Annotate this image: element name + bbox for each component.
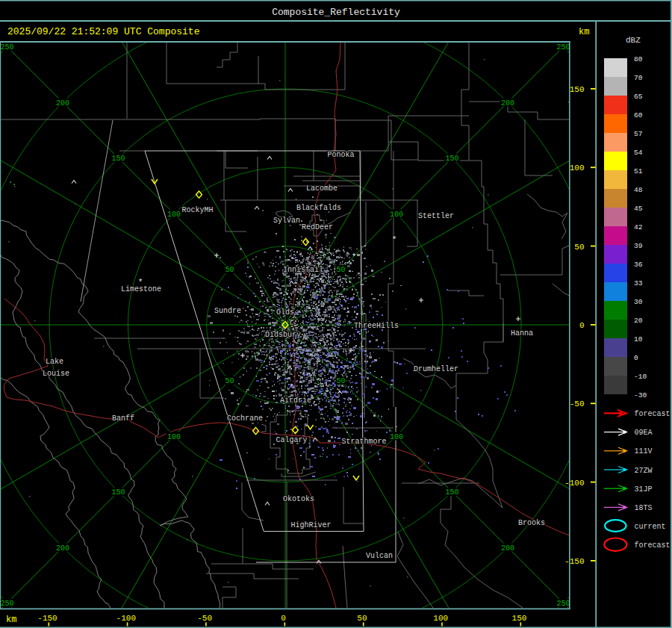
svg-text:-100: -100 (116, 614, 136, 623)
svg-text:Banff: Banff (112, 414, 134, 423)
svg-text:*: * (138, 278, 143, 287)
svg-text:70: 70 (634, 74, 643, 82)
svg-text:-30: -30 (634, 391, 647, 400)
svg-text:200: 200 (56, 99, 69, 108)
svg-text:Okotoks: Okotoks (283, 495, 314, 503)
svg-text:-50: -50 (197, 614, 212, 623)
svg-text:0: 0 (579, 321, 585, 330)
svg-text:20: 20 (634, 317, 643, 325)
svg-text:RedDeer: RedDeer (302, 223, 333, 231)
svg-text:250: 250 (556, 600, 570, 608)
svg-text:Blackfalds: Blackfalds (296, 204, 341, 212)
svg-text:-100: -100 (564, 479, 584, 488)
svg-text:HighRiver: HighRiver (291, 521, 332, 529)
svg-text:-50: -50 (570, 400, 585, 408)
svg-text:100: 100 (167, 433, 181, 441)
svg-text:Composite_Reflectivity: Composite_Reflectivity (272, 7, 400, 18)
svg-text:forecast: forecast (635, 410, 671, 418)
svg-text:100: 100 (390, 433, 403, 441)
svg-text:RockyMH: RockyMH (182, 206, 214, 214)
svg-text:150: 150 (512, 614, 527, 623)
svg-text:18TS: 18TS (635, 504, 653, 512)
svg-text:48: 48 (634, 186, 643, 194)
svg-text:31JP: 31JP (635, 485, 653, 494)
svg-text:Ponoka: Ponoka (328, 151, 355, 159)
svg-text:Sylvan: Sylvan (273, 217, 300, 225)
svg-text:Calgary: Calgary (276, 436, 308, 444)
svg-text:42: 42 (634, 223, 643, 231)
svg-text:80: 80 (634, 55, 643, 63)
svg-text:km: km (6, 615, 16, 625)
svg-text:Didsbury: Didsbury (265, 331, 301, 339)
svg-text:0: 0 (634, 354, 638, 362)
svg-text:2025/09/22 21:52:09 UTC Compos: 2025/09/22 21:52:09 UTC Composite (7, 26, 199, 37)
svg-text:111V: 111V (635, 447, 653, 456)
svg-text:200: 200 (56, 544, 69, 553)
svg-text:ThreeHills: ThreeHills (354, 322, 399, 330)
svg-text:*: * (352, 252, 357, 261)
svg-text:30: 30 (634, 298, 643, 306)
svg-text:36: 36 (634, 261, 643, 269)
svg-text:150: 150 (445, 488, 458, 497)
svg-text:54: 54 (634, 149, 643, 157)
svg-text:50: 50 (336, 377, 345, 385)
svg-text:current: current (635, 523, 666, 531)
svg-text:Drumheller: Drumheller (414, 365, 458, 373)
svg-text:Brooks: Brooks (518, 519, 545, 527)
svg-text:Strathmore: Strathmore (342, 438, 387, 446)
svg-text:Airdrie: Airdrie (280, 397, 311, 405)
svg-text:50: 50 (357, 614, 367, 623)
svg-text:150: 150 (111, 488, 125, 497)
svg-text:60: 60 (634, 111, 643, 119)
svg-text:-150: -150 (564, 557, 584, 566)
svg-text:10: 10 (634, 335, 643, 343)
svg-text:51: 51 (634, 167, 643, 175)
svg-text:km: km (579, 27, 589, 37)
svg-text:Olds: Olds (276, 308, 294, 317)
svg-text:39: 39 (634, 242, 643, 250)
svg-text:Lake: Lake (46, 358, 63, 366)
svg-text:100: 100 (390, 211, 403, 219)
svg-text:-10: -10 (634, 373, 647, 381)
svg-text:50: 50 (225, 377, 234, 385)
svg-text:0: 0 (281, 614, 286, 623)
svg-text:150: 150 (445, 155, 458, 163)
svg-text:45: 45 (634, 205, 643, 213)
svg-text:200: 200 (501, 99, 514, 108)
svg-text:Sundre: Sundre (214, 307, 241, 315)
svg-text:250: 250 (0, 600, 13, 608)
svg-text:Innisfail: Innisfail (283, 266, 323, 274)
svg-text:65: 65 (634, 93, 643, 101)
svg-text:50: 50 (574, 243, 584, 252)
svg-text:Hanna: Hanna (511, 329, 533, 338)
svg-text:forecast: forecast (635, 541, 671, 550)
svg-text:Cochrane: Cochrane (227, 414, 263, 423)
svg-text:Lacombe: Lacombe (306, 184, 337, 193)
svg-text:27ZW: 27ZW (635, 467, 653, 475)
svg-text:250: 250 (556, 43, 570, 52)
svg-text:33: 33 (634, 279, 643, 287)
svg-text:200: 200 (501, 544, 514, 553)
svg-text:-150: -150 (37, 614, 57, 623)
svg-text:50: 50 (336, 266, 345, 274)
svg-text:Stettler: Stettler (418, 212, 454, 220)
svg-text:150: 150 (111, 155, 125, 163)
svg-text:100: 100 (570, 164, 585, 172)
svg-text:57: 57 (634, 130, 642, 138)
svg-text:*: * (392, 235, 397, 244)
svg-text:50: 50 (225, 266, 234, 274)
svg-text:dBZ: dBZ (626, 36, 641, 45)
svg-text:Louise: Louise (43, 370, 69, 378)
svg-text:100: 100 (167, 211, 181, 219)
svg-text:Vulcan: Vulcan (366, 552, 393, 560)
svg-text:100: 100 (433, 614, 448, 623)
svg-text:09EA: 09EA (635, 429, 653, 437)
svg-text:150: 150 (570, 85, 585, 94)
svg-text:250: 250 (0, 43, 13, 52)
